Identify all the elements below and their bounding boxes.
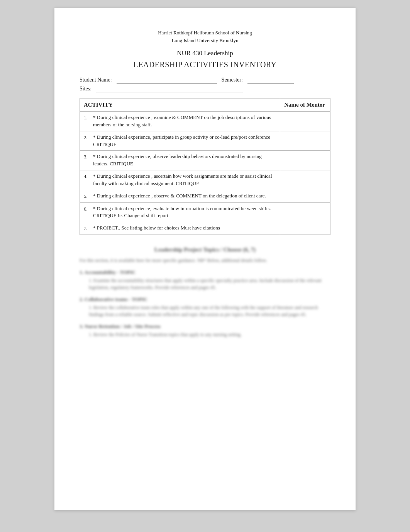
col-header-activity: ACTIVITY <box>80 99 280 112</box>
mentor-cell <box>280 222 330 235</box>
table-row: 3.* During clinical experience, observe … <box>80 151 330 170</box>
activity-number: 5. <box>84 192 93 200</box>
activity-text: * During clinical experience, participat… <box>93 134 276 148</box>
page: Harriet Rothkopf Heilbrunn School of Nur… <box>54 8 356 510</box>
sites-field[interactable] <box>96 86 243 92</box>
activity-cell: 5.* During clinical experience , observe… <box>80 190 280 202</box>
table-row: 7.* PROJECT.. See listing below for choi… <box>80 222 330 235</box>
table-row: 6.* During clinical experience, evaluate… <box>80 202 330 222</box>
activity-cell: 7.* PROJECT.. See listing below for choi… <box>80 222 280 235</box>
activity-text: * During clinical experience, observe le… <box>93 153 276 168</box>
header: Harriet Rothkopf Heilbrunn School of Nur… <box>80 29 330 69</box>
sites-row: Sites: <box>80 86 330 92</box>
activity-cell: 2.* During clinical experience, particip… <box>80 131 280 151</box>
table-row: 4.* During clinical experience , ascerta… <box>80 170 330 190</box>
table-row: 2.* During clinical experience, particip… <box>80 131 330 151</box>
mentor-cell <box>280 190 330 202</box>
institution-text: Harriet Rothkopf Heilbrunn School of Nur… <box>80 29 330 44</box>
activity-text: * PROJECT.. See listing below for choice… <box>93 224 276 232</box>
activity-number: 1. <box>84 114 93 129</box>
blurred-subitem: 1. Review the Policies of Nurse Transiti… <box>89 331 330 338</box>
blurred-subitem: 1. Examine the accountability structures… <box>89 277 330 291</box>
activity-number: 2. <box>84 134 93 148</box>
semester-field[interactable] <box>247 77 294 83</box>
student-name-label: Student Name: <box>80 77 112 83</box>
mentor-cell <box>280 170 330 190</box>
blurred-section-header: 2. Collaborative teams - TOPIC <box>80 296 330 303</box>
activity-text: * During clinical experience , observe &… <box>93 192 276 200</box>
sites-label: Sites: <box>80 86 91 92</box>
activity-text: * During clinical experience, evaluate h… <box>93 205 276 220</box>
blurred-title: Leadership Project Topics / Choose (6, 7… <box>80 246 330 253</box>
blurred-section: Leadership Project Topics / Choose (6, 7… <box>80 246 330 338</box>
course-title: NUR 430 Leadership <box>80 49 330 57</box>
table-header-row: ACTIVITY Name of Mentor <box>80 99 330 112</box>
activity-cell: 6.* During clinical experience, evaluate… <box>80 202 280 222</box>
activity-text: * During clinical experience , examine &… <box>93 114 276 129</box>
col-header-mentor: Name of Mentor <box>280 99 330 112</box>
activity-number: 3. <box>84 153 93 168</box>
student-name-field[interactable] <box>117 77 217 83</box>
blurred-intro: For this section, it is available here f… <box>80 257 330 264</box>
activity-cell: 3.* During clinical experience, observe … <box>80 151 280 170</box>
name-row: Student Name: Semester: <box>80 77 330 83</box>
table-row: 1.* During clinical experience , examine… <box>80 112 330 131</box>
page-title: LEADERSHIP ACTIVITIES INVENTORY <box>80 60 330 69</box>
mentor-cell <box>280 151 330 170</box>
mentor-cell <box>280 112 330 131</box>
mentor-cell <box>280 131 330 151</box>
activity-cell: 1.* During clinical experience , examine… <box>80 112 280 131</box>
semester-label: Semester: <box>222 77 243 83</box>
blurred-section-header: 3. Nurse Retention / Job / Site Process <box>80 323 330 330</box>
activity-table: ACTIVITY Name of Mentor 1.* During clini… <box>80 98 330 235</box>
activity-number: 7. <box>84 224 93 232</box>
blurred-section-header: 1. Accountability - TOPIC <box>80 269 330 275</box>
table-row: 5.* During clinical experience , observe… <box>80 190 330 202</box>
mentor-cell <box>280 202 330 222</box>
activity-number: 4. <box>84 173 93 187</box>
activity-cell: 4.* During clinical experience , ascerta… <box>80 170 280 190</box>
activity-number: 6. <box>84 205 93 220</box>
activity-text: * During clinical experience , ascertain… <box>93 173 276 187</box>
student-info: Student Name: Semester: Sites: <box>80 77 330 92</box>
blurred-subitem: 1. Review the collaborative team roles t… <box>89 304 330 318</box>
